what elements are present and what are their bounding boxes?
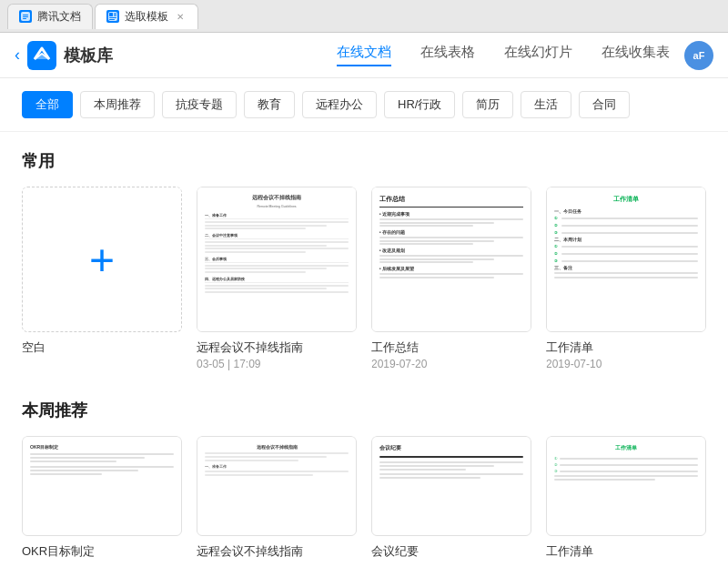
nav-tab-form[interactable]: 在线收集表 [602, 44, 670, 66]
svg-rect-1 [23, 15, 28, 15]
svg-rect-6 [114, 13, 116, 16]
page-title: 模板库 [64, 45, 337, 66]
common-template-grid: + 空白 远程会议不掉线指南 Remote Meeting Guidelines… [22, 187, 706, 370]
filter-bar: 全部 本周推荐 抗疫专题 教育 远程办公 HR/行政 简历 生活 合同 [0, 78, 728, 132]
remote2-preview: 远程会议不掉线指南 一、准备工作 [197, 436, 357, 536]
remote-preview: 远程会议不掉线指南 Remote Meeting Guidelines 一、准备… [197, 187, 357, 332]
checklist-preview: 工作清单 一、今日任务 ① ② ③ 二、本周计划 ① ② ③ 三、备注 [546, 187, 706, 332]
nav-tab-table[interactable]: 在线表格 [420, 44, 475, 66]
filter-remote[interactable]: 远程办公 [302, 91, 377, 118]
remote2-title: 远程会议不掉线指南 [197, 543, 357, 560]
template-okr[interactable]: OKR目标制定 OKR目标制定 [22, 436, 182, 560]
tab-template-label: 选取模板 [125, 9, 168, 25]
template-icon [106, 10, 119, 23]
weekly-section: 本周推荐 OKR目标制定 OKR目标制定 [22, 400, 706, 560]
work-summary-title: 工作总结 [371, 339, 531, 356]
work-summary-preview: 工作总结 • 近期完成事项 • 存在的问题 • 改进及规划 [371, 187, 531, 332]
template-meeting[interactable]: 会议纪要 会议纪要 [371, 436, 531, 560]
browser-tabs: 腾讯文档 选取模板 ✕ [0, 0, 728, 33]
template-checklist[interactable]: 工作清单 一、今日任务 ① ② ③ 二、本周计划 ① ② ③ 三、备注 工作清单… [546, 187, 706, 370]
filter-weekly[interactable]: 本周推荐 [80, 91, 155, 118]
svg-rect-7 [109, 17, 116, 18]
filter-education[interactable]: 教育 [244, 91, 295, 118]
checklist-title: 工作清单 [546, 339, 706, 356]
filter-epidemic[interactable]: 抗疫专题 [162, 91, 237, 118]
tab-wendang-label: 腾讯文档 [37, 9, 81, 25]
weekly-template-grid: OKR目标制定 OKR目标制定 远程会议 [22, 436, 706, 560]
remote-title: 远程会议不掉线指南 [197, 339, 357, 356]
nav-tab-slide[interactable]: 在线幻灯片 [504, 44, 572, 66]
tab-template[interactable]: 选取模板 ✕ [95, 4, 198, 29]
svg-rect-8 [109, 19, 115, 20]
remote-doc-preview: 远程会议不掉线指南 Remote Meeting Guidelines 一、准备… [197, 187, 356, 331]
app-header: ‹ 模板库 在线文档 在线表格 在线幻灯片 在线收集表 aF [0, 33, 728, 78]
okr-info: OKR目标制定 [22, 543, 182, 560]
svg-rect-3 [23, 18, 26, 19]
nav-tab-doc[interactable]: 在线文档 [337, 44, 391, 66]
okr-title: OKR目标制定 [22, 543, 182, 560]
template-work-summary[interactable]: 工作总结 • 近期完成事项 • 存在的问题 • 改进及规划 [371, 187, 531, 370]
blank-info: 空白 [22, 339, 182, 356]
work-doc-preview: 工作总结 • 近期完成事项 • 存在的问题 • 改进及规划 [372, 187, 531, 331]
checklist2-title: 工作清单 [546, 543, 706, 560]
filter-all[interactable]: 全部 [22, 91, 73, 118]
template-remote[interactable]: 远程会议不掉线指南 Remote Meeting Guidelines 一、准备… [197, 187, 357, 370]
filter-resume[interactable]: 简历 [462, 91, 513, 118]
back-button[interactable]: ‹ [15, 46, 20, 65]
template-checklist2[interactable]: 工作清单 ① ② ③ [546, 436, 706, 560]
remote-info: 远程会议不掉线指南 03-05 | 17:09 [197, 339, 357, 370]
filter-life[interactable]: 生活 [521, 91, 571, 118]
svg-rect-2 [23, 16, 28, 17]
section-title-weekly: 本周推荐 [22, 400, 706, 421]
checklist2-preview: 工作清单 ① ② ③ [546, 436, 706, 536]
meeting-preview: 会议纪要 [371, 436, 531, 536]
work-summary-info: 工作总结 2019-07-20 [371, 339, 531, 370]
template-blank[interactable]: + 空白 [22, 187, 182, 370]
section-title-common: 常用 [22, 150, 706, 172]
plus-icon: + [89, 235, 115, 285]
meeting-title: 会议纪要 [371, 543, 531, 560]
meeting-info: 会议纪要 [371, 543, 531, 560]
app-logo [27, 41, 56, 70]
checklist-doc-preview: 工作清单 一、今日任务 ① ② ③ 二、本周计划 ① ② ③ 三、备注 [547, 187, 705, 331]
blank-preview: + [22, 187, 182, 332]
okr-preview: OKR目标制定 [22, 436, 182, 536]
template-remote2[interactable]: 远程会议不掉线指南 一、准备工作 远程会议不掉线指南 [197, 436, 357, 560]
checklist2-info: 工作清单 [546, 543, 706, 560]
remote-date: 03-05 | 17:09 [197, 358, 357, 370]
wendang-icon [19, 10, 32, 23]
checklist-date: 2019-07-10 [546, 358, 706, 370]
svg-rect-5 [109, 13, 113, 16]
nav-tabs: 在线文档 在线表格 在线幻灯片 在线收集表 [337, 44, 670, 66]
work-summary-date: 2019-07-20 [371, 358, 531, 370]
checklist-info: 工作清单 2019-07-10 [546, 339, 706, 370]
user-avatar[interactable]: aF [684, 41, 713, 70]
filter-hr[interactable]: HR/行政 [384, 91, 455, 118]
content-area: 常用 + 空白 远程会议不掉线指南 Remote Meeting Guideli… [0, 132, 728, 577]
blank-title: 空白 [22, 339, 182, 356]
tab-close-icon[interactable]: ✕ [174, 11, 187, 23]
tab-wendang[interactable]: 腾讯文档 [7, 4, 93, 29]
remote2-info: 远程会议不掉线指南 [197, 543, 357, 560]
filter-contract[interactable]: 合同 [579, 91, 630, 118]
